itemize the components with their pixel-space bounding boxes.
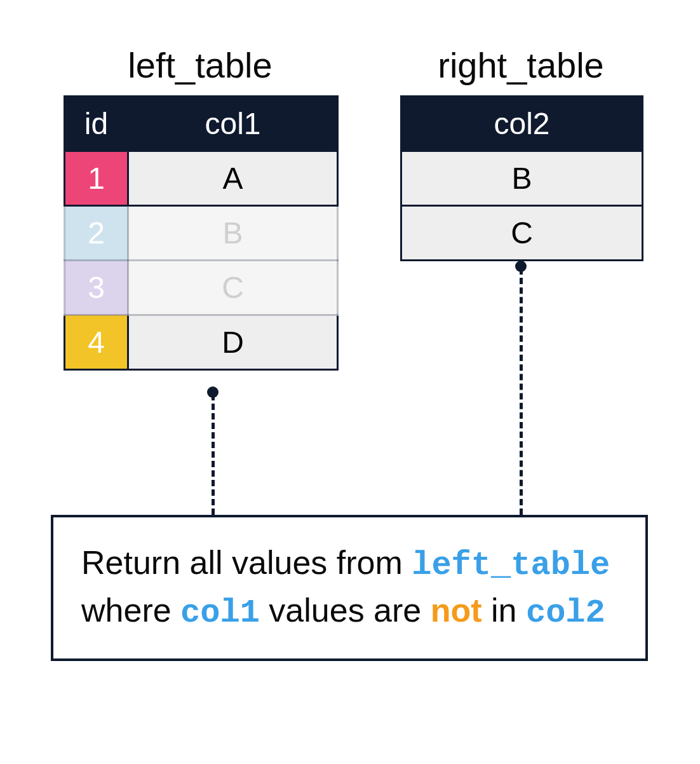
table-row: 2 B (65, 206, 338, 261)
left-row3-val: C (128, 261, 338, 315)
table-row: 3 C (65, 261, 338, 315)
table-row: B (401, 151, 643, 206)
left-table-header-row: id col1 (65, 97, 338, 151)
left-row2-id: 2 (65, 206, 128, 261)
left-row4-id: 4 (65, 315, 128, 370)
left-row4-val: D (128, 315, 338, 370)
caption-box: Return all values from left_table where … (51, 515, 648, 661)
connector-line-left (212, 394, 215, 515)
right-row2-val: C (401, 206, 643, 261)
connector-line-right (520, 268, 523, 515)
caption-code-col1: col1 (180, 594, 260, 632)
right-row1-val: B (401, 151, 643, 206)
left-table-title: left_table (64, 44, 337, 86)
right-header-col2: col2 (401, 97, 643, 151)
left-row2-val: B (128, 206, 338, 261)
diagram-canvas: left_table right_table id col1 1 A 2 B 3… (0, 0, 700, 764)
right-table: col2 B C (400, 95, 643, 261)
table-row: C (401, 206, 643, 261)
left-table: id col1 1 A 2 B 3 C 4 D (64, 95, 339, 371)
caption-text-4: in (482, 592, 526, 629)
left-header-id: id (65, 97, 128, 151)
caption-text-2: where (81, 592, 180, 629)
caption-text-3: values are (260, 592, 431, 629)
caption-code-left-table: left_table (412, 547, 610, 584)
left-row1-val: A (128, 151, 338, 206)
table-row: 1 A (65, 151, 338, 206)
left-header-col1: col1 (128, 97, 338, 151)
left-row3-id: 3 (65, 261, 128, 315)
right-table-header-row: col2 (401, 97, 643, 151)
caption-text-1: Return all values from (81, 544, 412, 581)
right-table-title: right_table (400, 44, 642, 86)
caption-code-col2: col2 (526, 594, 605, 632)
table-row: 4 D (65, 315, 338, 370)
caption-not: not (431, 592, 482, 629)
left-row1-id: 1 (65, 151, 128, 206)
